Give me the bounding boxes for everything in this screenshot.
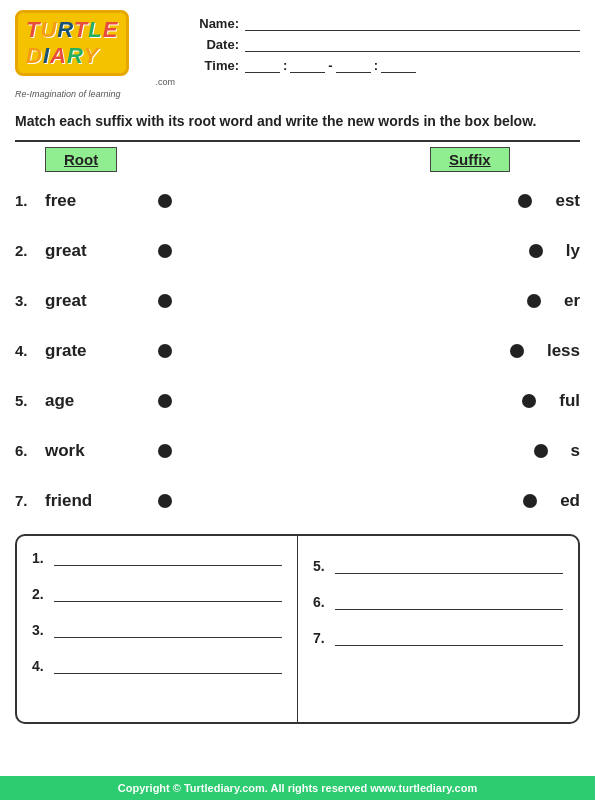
dot-right xyxy=(509,394,549,408)
row-num: 7. xyxy=(15,492,45,509)
row-num: 2. xyxy=(15,242,45,259)
answer-line[interactable] xyxy=(335,592,563,610)
row-suffix-word: ful xyxy=(549,391,580,411)
left-dot xyxy=(158,444,172,458)
row-root-word: friend xyxy=(45,491,145,511)
time-row: Time: : - : xyxy=(195,57,580,73)
dot-right xyxy=(521,444,561,458)
match-row: 4. grate less xyxy=(15,326,580,376)
row-num: 6. xyxy=(15,442,45,459)
left-dot xyxy=(158,194,172,208)
match-row: 6. work s xyxy=(15,426,580,476)
logo-tagline: Re-Imagination of learning xyxy=(15,89,175,99)
date-line xyxy=(245,36,580,52)
answer-num: 4. xyxy=(32,658,54,674)
match-row: 3. great er xyxy=(15,276,580,326)
match-row: 2. great ly xyxy=(15,226,580,276)
match-area: Root Suffix 1. free est 2. great xyxy=(0,142,595,526)
row-suffix-word: er xyxy=(554,291,580,311)
dot-left xyxy=(145,394,185,408)
answer-line[interactable] xyxy=(54,548,282,566)
answer-num: 2. xyxy=(32,586,54,602)
row-root-word: work xyxy=(45,441,145,461)
row-root-word: grate xyxy=(45,341,145,361)
match-header: Root Suffix xyxy=(15,147,580,172)
right-dot xyxy=(534,444,548,458)
name-label: Name: xyxy=(195,16,245,31)
date-label: Date: xyxy=(195,37,245,52)
left-dot xyxy=(158,494,172,508)
right-dot xyxy=(523,494,537,508)
time-part-1 xyxy=(245,57,280,73)
match-row: 7. friend ed xyxy=(15,476,580,526)
answer-row: 3. xyxy=(32,620,282,638)
dot-left xyxy=(145,494,185,508)
header: TURTLE DIARY .com Re-Imagination of lear… xyxy=(0,0,595,104)
right-dot xyxy=(529,244,543,258)
row-suffix-word: ly xyxy=(556,241,580,261)
footer: Copyright © Turtlediary.com. All rights … xyxy=(0,776,595,800)
time-label: Time: xyxy=(195,58,245,73)
date-row: Date: xyxy=(195,36,580,52)
dot-left xyxy=(145,194,185,208)
answer-num: 3. xyxy=(32,622,54,638)
time-sep-3: : xyxy=(371,58,381,73)
row-root-word: free xyxy=(45,191,145,211)
match-row: 1. free est xyxy=(15,176,580,226)
root-header-col: Root xyxy=(15,147,215,172)
form-fields: Name: Date: Time: : - : xyxy=(175,10,580,78)
dot-right xyxy=(510,494,550,508)
dot-right xyxy=(505,194,545,208)
time-part-3 xyxy=(336,57,371,73)
row-suffix-word: est xyxy=(545,191,580,211)
suffix-header-box: Suffix xyxy=(430,147,510,172)
answer-row: 2. xyxy=(32,584,282,602)
answer-num: 1. xyxy=(32,550,54,566)
suffix-header-col: Suffix xyxy=(410,147,580,172)
answer-line[interactable] xyxy=(54,584,282,602)
name-line xyxy=(245,15,580,31)
answer-row: 4. xyxy=(32,656,282,674)
answer-num: 7. xyxy=(313,630,335,646)
time-sep-1: : xyxy=(280,58,290,73)
row-num: 4. xyxy=(15,342,45,359)
answer-col-left: 1. 2. 3. 4. xyxy=(17,536,298,722)
right-dot xyxy=(510,344,524,358)
logo-box: TURTLE DIARY xyxy=(15,10,129,76)
time-part-4 xyxy=(381,57,416,73)
dot-left xyxy=(145,244,185,258)
logo-text: TURTLE DIARY xyxy=(26,17,118,69)
logo-area: TURTLE DIARY .com Re-Imagination of lear… xyxy=(15,10,175,99)
row-suffix-word: less xyxy=(537,341,580,361)
row-num: 5. xyxy=(15,392,45,409)
answer-row: 5. xyxy=(313,556,563,574)
logo-sub: .com xyxy=(15,77,175,87)
dot-right xyxy=(497,344,537,358)
dot-left xyxy=(145,344,185,358)
left-dot xyxy=(158,344,172,358)
answer-num: 6. xyxy=(313,594,335,610)
time-part-2 xyxy=(290,57,325,73)
answer-row: 1. xyxy=(32,548,282,566)
answer-row: 6. xyxy=(313,592,563,610)
left-dot xyxy=(158,394,172,408)
dot-left xyxy=(145,444,185,458)
row-num: 3. xyxy=(15,292,45,309)
time-sep-2: - xyxy=(325,58,335,73)
dot-right xyxy=(516,244,556,258)
right-dot xyxy=(518,194,532,208)
right-dot xyxy=(527,294,541,308)
answer-num: 5. xyxy=(313,558,335,574)
answer-line[interactable] xyxy=(335,628,563,646)
dot-right xyxy=(514,294,554,308)
answer-col-right: 5. 6. 7. xyxy=(298,536,578,722)
left-dot xyxy=(158,294,172,308)
answer-row: 7. xyxy=(313,628,563,646)
answer-line[interactable] xyxy=(335,556,563,574)
answer-line[interactable] xyxy=(54,620,282,638)
match-row: 5. age ful xyxy=(15,376,580,426)
answer-line[interactable] xyxy=(54,656,282,674)
dot-left xyxy=(145,294,185,308)
row-suffix-word: s xyxy=(561,441,580,461)
answer-box: 1. 2. 3. 4. 5. 6. 7. xyxy=(15,534,580,724)
